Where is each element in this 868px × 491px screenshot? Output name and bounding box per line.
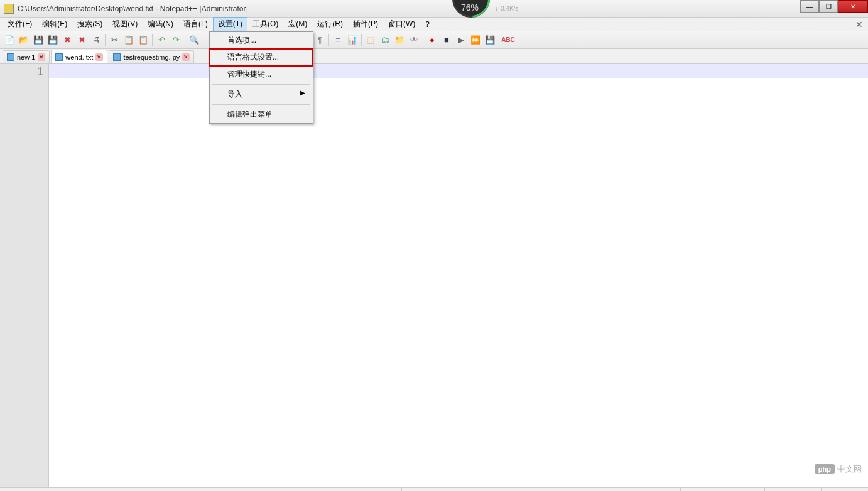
menu-edit[interactable]: 编辑(E) (37, 17, 72, 31)
overlay-speed: ↓ 0.4K/s (495, 5, 518, 12)
menu-language[interactable]: 语言(L) (178, 17, 213, 31)
folder-icon[interactable]: 📁 (393, 33, 406, 47)
toolbar: 📄 📂 💾 💾 ✖ ✖ 🖨 ✂ 📋 📋 ↶ ↷ 🔍 ¶ ≡ 📊 ⬚ 🗂 📁 👁 … (0, 31, 868, 49)
show-symbol-icon[interactable]: ¶ (313, 33, 327, 47)
menu-edit-popup[interactable]: 编辑弹出菜单 (210, 106, 313, 123)
watermark-text: 中文网 (837, 463, 862, 475)
file-icon (55, 53, 63, 61)
copy-icon[interactable]: 📋 (122, 33, 136, 47)
watermark-badge: php (815, 464, 835, 474)
save-icon[interactable]: 💾 (31, 33, 45, 47)
status-position: Ln : 1 Col : 1 Sel : 0 | 0 (521, 488, 681, 491)
monitor-icon[interactable]: 👁 (407, 33, 421, 47)
menu-file[interactable]: 文件(F) (3, 17, 37, 31)
status-mode: INS (822, 488, 865, 491)
settings-dropdown: 首选项... 语言格式设置... 管理快捷键... 导入 ▶ 编辑弹出菜单 (209, 31, 313, 124)
toolbar-separator (105, 34, 106, 46)
open-file-icon[interactable]: 📂 (17, 33, 31, 47)
toolbar-separator (328, 34, 329, 46)
cut-icon[interactable]: ✂ (107, 33, 121, 47)
menu-plugins[interactable]: 插件(P) (348, 17, 383, 31)
menu-window[interactable]: 窗口(W) (383, 17, 420, 31)
word-wrap-icon[interactable]: ≡ (331, 33, 345, 47)
menu-run[interactable]: 运行(R) (312, 17, 348, 31)
menu-help[interactable]: ? (420, 18, 435, 31)
menu-style-configurator[interactable]: 语言格式设置... (209, 48, 313, 67)
menu-tools[interactable]: 工具(O) (247, 17, 283, 31)
toolbar-separator (499, 34, 499, 46)
toolbar-separator (361, 34, 362, 46)
status-encoding: Windows (CR LF) (681, 488, 765, 491)
current-line-highlight (49, 64, 868, 78)
save-all-icon[interactable]: 💾 (46, 33, 60, 47)
menu-search[interactable]: 搜索(S) (72, 17, 107, 31)
toolbar-separator (152, 34, 153, 46)
redo-icon[interactable]: ↷ (169, 33, 183, 47)
status-length: length : 0 lines : 1 (402, 488, 521, 491)
toolbar-separator (185, 34, 185, 46)
menu-bar: 文件(F) 编辑(E) 搜索(S) 视图(V) 编码(N) 语言(L) 设置(T… (0, 18, 868, 31)
indent-guide-icon[interactable]: 📊 (345, 33, 359, 47)
editor-content[interactable] (49, 64, 868, 487)
dropdown-separator (212, 104, 310, 105)
toolbar-separator (423, 34, 423, 46)
tab-new1[interactable]: new 1 ✕ (3, 50, 50, 63)
tab-testrequest[interactable]: testrequestimg. py ✕ (109, 50, 194, 63)
submenu-arrow-icon: ▶ (300, 89, 305, 96)
menu-macro[interactable]: 宏(M) (283, 17, 312, 31)
app-icon (4, 4, 14, 14)
new-file-icon[interactable]: 📄 (3, 33, 16, 47)
close-button[interactable]: ✕ (838, 0, 868, 13)
print-icon[interactable]: 🖨 (89, 33, 103, 47)
window-title: C:\Users\Administrator\Desktop\wend.txt … (18, 4, 248, 13)
close-file-icon[interactable]: ✖ (60, 33, 74, 47)
undo-icon[interactable]: ↶ (155, 33, 168, 47)
tab-close-icon[interactable]: ✕ (182, 53, 190, 61)
play-multi-icon[interactable]: ⏩ (469, 33, 482, 47)
file-icon (7, 53, 14, 61)
menu-settings[interactable]: 设置(T) (213, 17, 247, 31)
file-icon (113, 53, 121, 61)
tab-wend[interactable]: wend. txt ✕ (51, 50, 107, 63)
editor-area[interactable]: 1 (0, 64, 868, 488)
play-macro-icon[interactable]: ▶ (454, 33, 468, 47)
close-all-icon[interactable]: ✖ (75, 33, 89, 47)
maximize-button[interactable]: ❐ (819, 0, 838, 13)
tab-close-icon[interactable]: ✕ (38, 53, 45, 61)
download-arrow-icon: ↓ (495, 5, 498, 12)
menu-preferences[interactable]: 首选项... (210, 32, 313, 49)
menu-shortcut-mapper[interactable]: 管理快捷键... (210, 66, 313, 83)
watermark: php 中文网 (815, 463, 862, 475)
title-bar: C:\Users\Administrator\Desktop\wend.txt … (0, 0, 868, 18)
spellcheck-icon[interactable]: ABC (501, 33, 515, 47)
menu-import[interactable]: 导入 ▶ (210, 86, 313, 103)
dropdown-separator (212, 84, 310, 85)
paste-icon[interactable]: 📋 (136, 33, 150, 47)
save-macro-icon[interactable]: 💾 (483, 33, 497, 47)
function-list-icon[interactable]: ⬚ (364, 33, 377, 47)
tab-close-icon[interactable]: ✕ (95, 53, 103, 61)
status-filetype: Normal text file (3, 488, 402, 491)
find-icon[interactable]: 🔍 (187, 33, 201, 47)
status-charset: UTF-8 (765, 488, 822, 491)
tab-bar: new 1 ✕ wend. txt ✕ testrequestimg. py ✕ (0, 49, 868, 64)
record-macro-icon[interactable]: ● (425, 33, 439, 47)
doc-map-icon[interactable]: 🗂 (378, 33, 392, 47)
window-controls: — ❐ ✕ (800, 0, 868, 13)
toolbar-separator (203, 34, 203, 46)
overlay-gauge: 76% (452, 0, 490, 18)
stop-macro-icon[interactable]: ■ (440, 33, 453, 47)
menu-encoding[interactable]: 编码(N) (143, 17, 178, 31)
line-gutter: 1 (0, 64, 49, 487)
menu-view[interactable]: 视图(V) (107, 17, 143, 31)
line-number: 1 (0, 65, 43, 78)
menubar-close-icon[interactable]: ✕ (855, 19, 863, 30)
status-bar: Normal text file length : 0 lines : 1 Ln… (0, 488, 868, 491)
minimize-button[interactable]: — (800, 0, 819, 13)
